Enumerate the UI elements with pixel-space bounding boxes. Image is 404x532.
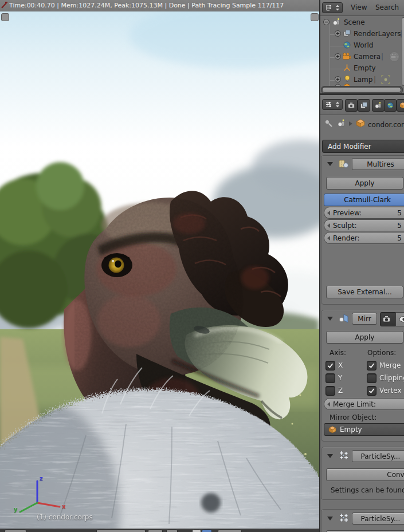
tab-object[interactable] — [397, 99, 404, 112]
outliner-item-camera[interactable]: Camera — [354, 53, 381, 61]
partial-button[interactable] — [148, 529, 163, 532]
sculpt-slider[interactable]: Sculpt: 5 — [324, 219, 404, 231]
panel-collapse-arrow[interactable] — [327, 317, 333, 321]
decrement-arrow[interactable] — [327, 402, 330, 407]
outliner-item-lamp[interactable]: Lamp — [354, 76, 372, 84]
partial-button[interactable] — [218, 529, 242, 532]
outliner-item-empty[interactable]: Empty — [354, 64, 376, 72]
lamp-restrict-icon[interactable] — [381, 74, 391, 85]
slider-value: 5 — [397, 209, 402, 217]
axis-z-checkbox[interactable] — [325, 386, 335, 396]
mirror-object-dropdown[interactable]: Empty — [324, 423, 404, 436]
render-slider[interactable]: Render: 5 — [324, 232, 404, 244]
option-vertex-label[interactable]: Vertex — [379, 387, 402, 395]
slider-label: Sculpt: — [333, 222, 357, 230]
outliner-hscrollbar[interactable] — [321, 86, 403, 94]
collapse-minus-icon[interactable] — [323, 18, 330, 26]
expand-plus-icon[interactable] — [334, 30, 342, 37]
save-external-button[interactable]: Save External... — [326, 286, 403, 298]
render-layers-icon — [360, 101, 368, 109]
axis-z-label: z — [40, 475, 43, 482]
render-job-icon — [1, 1, 9, 9]
multires-panel: Multires Apply Catmull-Clark Preview: 5 … — [321, 155, 404, 305]
rendered-condor-scene — [0, 0, 319, 532]
options-section-label: Options: — [367, 349, 396, 357]
updown-arrows-icon — [335, 101, 340, 108]
tab-render-layers[interactable] — [358, 99, 370, 112]
add-modifier-button[interactable]: Add Modifier — [322, 140, 404, 153]
modifier-name-field[interactable]: ParticleSy... — [352, 513, 404, 525]
area-corner-widget-left[interactable] — [1, 13, 9, 21]
option-clipping-checkbox[interactable] — [367, 373, 376, 383]
axis-y-label[interactable]: Y — [338, 374, 342, 382]
expand-plus-icon[interactable] — [334, 53, 342, 60]
tab-world[interactable] — [384, 99, 397, 112]
partial-button[interactable] — [166, 529, 178, 532]
partial-button[interactable] — [202, 529, 212, 532]
option-merge-label[interactable]: Merge — [379, 361, 401, 369]
axis-x-label[interactable]: X — [338, 361, 343, 369]
modifier-visibility-toggle[interactable] — [395, 312, 404, 326]
tab-render[interactable] — [345, 99, 358, 112]
modifier-render-toggle[interactable] — [380, 312, 397, 326]
panel-collapse-arrow[interactable] — [327, 454, 333, 458]
convert-button[interactable]: Convert — [326, 468, 404, 481]
tab-scene[interactable] — [372, 99, 385, 112]
render-info-bar: Time:00:40.70 | Mem:1027.24M, Peak:1075.… — [0, 0, 319, 11]
updown-arrows-icon — [335, 4, 340, 11]
axis-z-label[interactable]: Z — [338, 387, 343, 395]
breadcrumb-object-cube-icon[interactable] — [355, 118, 366, 128]
outliner-item-renderlayers[interactable]: RenderLayers — [354, 30, 401, 38]
breadcrumb-arrow-icon — [348, 121, 353, 127]
slider-label: Render: — [333, 234, 360, 242]
breadcrumb-scene-icon[interactable] — [337, 119, 346, 128]
empty-icon — [343, 64, 351, 72]
modifier-name-field[interactable]: ParticleSy... — [352, 450, 404, 462]
axis-x-checkbox[interactable] — [325, 361, 335, 371]
item-separator: | — [374, 76, 376, 84]
partial-button[interactable] — [192, 529, 201, 532]
merge-limit-slider[interactable]: Merge Limit: — [324, 398, 404, 410]
outliner-menu-view[interactable]: View — [351, 3, 367, 11]
slider-value: 5 — [397, 222, 402, 230]
option-vertex-checkbox[interactable] — [367, 386, 376, 396]
outliner-header: View Search — [320, 0, 404, 16]
3d-viewport[interactable]: Time:00:40.70 | Mem:1027.24M, Peak:1075.… — [0, 0, 319, 532]
outliner-menu-search[interactable]: Search — [375, 3, 399, 11]
panel-collapse-arrow[interactable] — [327, 162, 333, 166]
option-merge-checkbox[interactable] — [367, 361, 376, 371]
mirror-object-label: Mirror Object: — [330, 413, 376, 421]
pin-icon[interactable] — [324, 119, 334, 128]
modifier-name-field[interactable]: Multires — [352, 158, 404, 170]
preview-slider[interactable]: Preview: 5 — [324, 207, 404, 219]
particle-settings-note: Settings can be found insi — [331, 486, 404, 494]
object-cube-icon — [399, 101, 404, 109]
partial-button[interactable] — [96, 529, 146, 532]
expand-plus-icon[interactable] — [334, 76, 342, 83]
panel-collapse-arrow[interactable] — [327, 517, 333, 521]
subdivision-type-catmull-clark[interactable]: Catmull-Clark — [324, 194, 404, 206]
breadcrumb-object-name[interactable]: condor.cor — [368, 121, 404, 129]
axis-y-checkbox[interactable] — [325, 373, 335, 383]
camera-restrict-icon[interactable] — [389, 51, 400, 62]
lamp-icon — [343, 75, 351, 84]
mirror-panel: Mirr Apply Axis: Options: X — [321, 310, 404, 442]
decrement-arrow[interactable] — [327, 223, 330, 228]
multires-apply-button[interactable]: Apply — [326, 177, 403, 190]
option-clipping-label[interactable]: Clipping — [379, 374, 404, 382]
properties-editor-type-button[interactable] — [322, 99, 343, 110]
outliner-item-scene[interactable]: Scene — [344, 18, 365, 26]
partial-button[interactable] — [5, 529, 26, 532]
outliner-vscrollbar[interactable] — [402, 17, 404, 86]
decrement-arrow[interactable] — [327, 211, 330, 215]
particle-panel-1: ParticleSy... Convert Settings can be fo… — [321, 447, 404, 500]
slider-value: 5 — [397, 234, 402, 242]
area-corner-widget-right[interactable] — [311, 13, 319, 21]
modifier-name-field[interactable]: Mirr — [352, 313, 377, 325]
render-toggle-camera-icon — [382, 314, 394, 324]
slider-label: Merge Limit: — [333, 400, 376, 408]
mirror-apply-button[interactable]: Apply — [326, 331, 403, 344]
outliner-item-world[interactable]: World — [354, 41, 373, 49]
outliner-editor-type-button[interactable] — [322, 2, 343, 13]
decrement-arrow[interactable] — [327, 236, 330, 241]
